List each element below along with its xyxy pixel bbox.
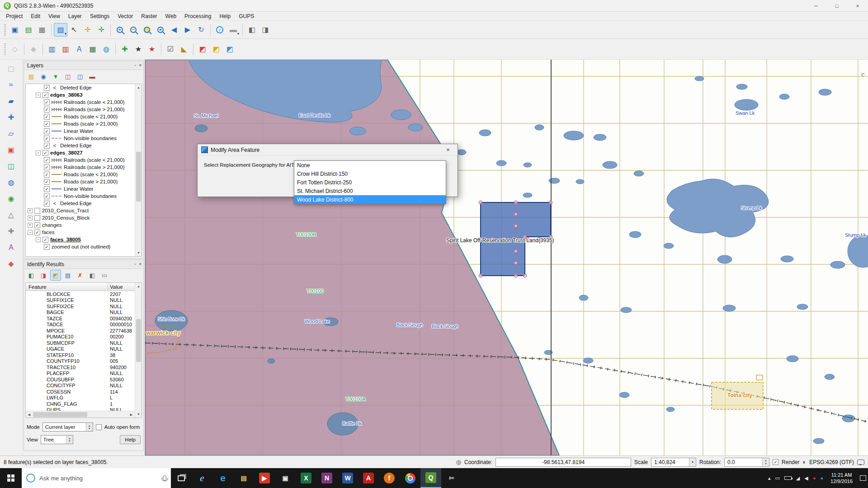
validate-changes-button[interactable]: ☑ bbox=[164, 42, 177, 56]
layer-row-changes[interactable]: +✓changes bbox=[26, 221, 135, 229]
add-area-feature-button[interactable]: ▰ bbox=[4, 94, 19, 108]
menu-project[interactable]: Project bbox=[2, 12, 27, 20]
attribute-row-mpoce[interactable]: MPOCE22774638 bbox=[26, 328, 135, 334]
print-composer-button[interactable]: ▤ bbox=[22, 23, 35, 37]
layer-row-faces[interactable]: −✓faces bbox=[26, 229, 135, 236]
layer-row-linear-water[interactable]: ✓Linear Water bbox=[26, 185, 135, 192]
layer-row-linear-water[interactable]: ✓Linear Water bbox=[26, 127, 135, 135]
tray-app-blue-icon[interactable]: ● bbox=[820, 475, 823, 481]
menu-web[interactable]: Web bbox=[161, 12, 180, 20]
layer-row-railroads-scale-21-000[interactable]: ✓Railroads (scale > 21,000) bbox=[26, 106, 135, 113]
auto-open-form-checkbox[interactable] bbox=[96, 424, 102, 430]
delete-record-button[interactable]: ▥ bbox=[59, 42, 72, 56]
map-canvas[interactable]: St. MichaelEast Devils LkSwan LkStump Lk… bbox=[145, 60, 868, 455]
touch-keyboard-icon[interactable]: ▭ bbox=[775, 475, 779, 481]
select-disabled-button[interactable]: ▢ bbox=[4, 61, 19, 76]
layer-row-railroads-scale-21-000[interactable]: ✓Railroads (scale < 21,000) bbox=[26, 99, 135, 106]
layer-checkbox[interactable]: ✓ bbox=[44, 201, 50, 206]
delete-feature-button[interactable]: ★ bbox=[145, 42, 159, 56]
layer-row-zoomed-out-not-outlined[interactable]: ✓zoomed out (not outlined) bbox=[26, 243, 135, 250]
gups-review-red-button[interactable]: ◩ bbox=[196, 42, 209, 56]
menu-edit[interactable]: Edit bbox=[27, 12, 44, 20]
deselect-features-button[interactable]: ↖ bbox=[67, 23, 81, 37]
expander-icon[interactable]: − bbox=[36, 150, 41, 155]
layer-row-roads-scale-21-000[interactable]: ✓Roads (scale > 21,000) bbox=[26, 178, 135, 185]
layers-scrollbar[interactable]: ▲ ▼ bbox=[135, 84, 142, 256]
rotation-spinbox[interactable]: 0.0 ▲▼ bbox=[724, 458, 769, 467]
expander-icon[interactable]: − bbox=[28, 230, 33, 235]
coordinate-capture-icon[interactable]: ◎ bbox=[456, 459, 461, 465]
menu-raster[interactable]: Raster bbox=[137, 12, 161, 20]
scroll-up-icon[interactable]: ▲ bbox=[135, 283, 142, 290]
layer-row-edges-38027[interactable]: −✓edges_38027 bbox=[26, 149, 135, 156]
layer-row-railroads-scale-21-000[interactable]: ✓Railroads (scale < 21,000) bbox=[26, 156, 135, 164]
attribute-row-gups[interactable]: GUPSNULL bbox=[26, 407, 135, 411]
layer-checkbox[interactable]: ✓ bbox=[44, 164, 50, 170]
add-point-feature-button[interactable]: ◉ bbox=[4, 192, 19, 206]
layer-row-deleted-edge[interactable]: ✓<Deleted Edge bbox=[26, 84, 135, 91]
column-value[interactable]: Value bbox=[108, 283, 135, 291]
select-features-button[interactable]: ▧▾ bbox=[54, 23, 67, 37]
identify-scrollbar[interactable]: ▲ ▼ bbox=[135, 283, 142, 418]
attribute-row-suffix1ce[interactable]: SUFFIX1CENULL bbox=[26, 297, 135, 304]
menu-help[interactable]: Help bbox=[215, 12, 235, 20]
print-results-button[interactable]: ▭ bbox=[99, 270, 110, 281]
menu-view[interactable]: View bbox=[44, 12, 64, 20]
map-tips-button[interactable]: ◍ bbox=[99, 42, 113, 56]
gups-review-yellow-button[interactable]: ◩ bbox=[209, 42, 223, 56]
layer-checkbox[interactable]: ✓ bbox=[44, 143, 50, 149]
layer-row-roads-scale-21-000[interactable]: ✓Roads (scale < 21,000) bbox=[26, 113, 135, 120]
layer-checkbox[interactable] bbox=[34, 215, 40, 221]
taskbar-app-excel[interactable]: X bbox=[296, 468, 316, 488]
annotation-tool-button[interactable]: A bbox=[4, 240, 19, 255]
layer-checkbox[interactable]: ✓ bbox=[44, 121, 50, 127]
attribute-row-blockce[interactable]: BLOCKCE2207 bbox=[26, 291, 135, 297]
maximize-button[interactable]: □ bbox=[826, 0, 847, 11]
layer-checkbox[interactable]: ✓ bbox=[44, 128, 50, 134]
layer-checkbox[interactable]: ✓ bbox=[34, 222, 40, 228]
layer-visibility-button[interactable]: ◉ bbox=[38, 71, 49, 82]
panel-float-icon[interactable]: ▫ bbox=[135, 262, 137, 267]
attribute-row-tazce[interactable]: TAZCE00940200 bbox=[26, 315, 135, 322]
layer-row-2010-census-tract[interactable]: +2010_Census_Tract bbox=[26, 207, 135, 214]
filter-legend-button[interactable]: ▼ bbox=[50, 71, 61, 82]
scale-combo[interactable]: 1:40,824 ▾ bbox=[651, 458, 696, 467]
add-linear-feature-button[interactable]: ≈ bbox=[4, 78, 19, 92]
layer-checkbox[interactable]: ✓ bbox=[44, 114, 50, 120]
view-combo[interactable]: Tree ▲▼ bbox=[41, 435, 73, 444]
expand-all-button[interactable]: ◫ bbox=[62, 71, 73, 82]
layer-row-2010-census-block[interactable]: +2010_Census_Block bbox=[26, 214, 135, 221]
composer-manager-button[interactable]: ▦ bbox=[35, 23, 49, 37]
scroll-left-icon[interactable]: ◀ bbox=[26, 411, 33, 418]
attribute-row-bagce[interactable]: BAGCENULL bbox=[26, 310, 135, 316]
microphone-icon[interactable] bbox=[163, 475, 166, 481]
gups-review-blue-button[interactable]: ◩ bbox=[223, 42, 236, 56]
geocode-tool-button[interactable]: ◍ bbox=[4, 175, 19, 190]
dialog-titlebar[interactable]: Modify Area Feature × bbox=[198, 144, 458, 156]
taskbar-clock[interactable]: 11:21 AM 12/9/2016 bbox=[828, 472, 855, 484]
modify-linear-feature-button[interactable]: ✚ bbox=[4, 110, 19, 125]
scroll-thumb[interactable] bbox=[136, 152, 141, 202]
taskbar-app-onenote[interactable]: N bbox=[316, 468, 337, 488]
taskbar-search[interactable]: Ask me anything bbox=[22, 468, 171, 488]
pan-map-button[interactable]: ✛ bbox=[81, 23, 94, 37]
attribute-row-statefp10[interactable]: STATEFP1038 bbox=[26, 352, 135, 358]
layer-row-faces-38005[interactable]: −✓faces_38005 bbox=[26, 236, 135, 243]
taskbar-app-qgis[interactable]: Q bbox=[420, 468, 441, 488]
layer-row-non-visible-boundaries[interactable]: ✓Non-visible boundaries bbox=[26, 192, 135, 200]
layer-checkbox[interactable]: ✓ bbox=[42, 237, 48, 243]
attribute-row-concityfp[interactable]: CONCITYFPNULL bbox=[26, 383, 135, 389]
zoom-to-selection-button[interactable]: ★ bbox=[154, 23, 167, 37]
start-button[interactable] bbox=[0, 468, 22, 488]
attribute-row-countyfp10[interactable]: COUNTYFP10005 bbox=[26, 358, 135, 365]
taskbar-app-store[interactable]: ▣ bbox=[275, 468, 296, 488]
attribute-row-placefp[interactable]: PLACEFPNULL bbox=[26, 371, 135, 377]
delete-area-feature-button[interactable]: ▣ bbox=[4, 143, 19, 157]
copy-feature-button[interactable]: ◧ bbox=[87, 270, 98, 281]
layer-checkbox[interactable]: ✓ bbox=[44, 179, 50, 185]
save-project-button[interactable]: ▣ bbox=[8, 23, 22, 37]
layer-checkbox[interactable] bbox=[34, 208, 40, 214]
dropdown-arrow-icon[interactable]: ▾ bbox=[689, 458, 696, 466]
attribute-table-button[interactable]: ▦ bbox=[86, 42, 99, 56]
split-feature-button[interactable]: ◫ bbox=[4, 159, 19, 174]
